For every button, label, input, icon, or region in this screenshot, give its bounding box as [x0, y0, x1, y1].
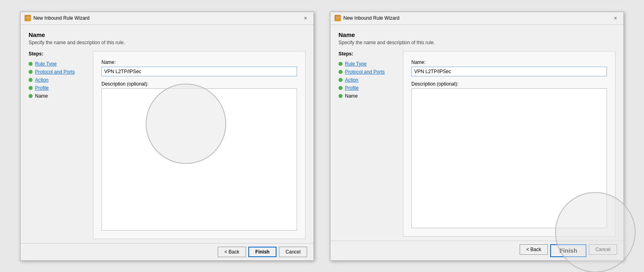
step-label-protocol-left[interactable]: Protocol and Ports: [35, 69, 75, 75]
step-label-protocol-right[interactable]: Protocol and Ports: [345, 69, 385, 75]
name-input-right[interactable]: [411, 67, 607, 76]
step-profile-left[interactable]: Profile: [29, 84, 89, 92]
subtext-right: Specify the name and description of this…: [339, 40, 615, 45]
step-dot-profile-right: [339, 86, 343, 90]
step-protocol-left[interactable]: Protocol and Ports: [29, 68, 89, 76]
desc-textarea-left[interactable]: [101, 88, 297, 231]
name-input-left[interactable]: [101, 67, 297, 76]
heading-left: Name: [29, 31, 305, 38]
step-dot-rule-type-left: [29, 62, 33, 66]
subtext-left: Specify the name and description of this…: [29, 40, 305, 45]
step-label-profile-left[interactable]: Profile: [35, 85, 49, 91]
step-dot-action-right: [339, 78, 343, 82]
step-rule-type-right[interactable]: Rule Type: [339, 60, 399, 68]
close-button-right[interactable]: ×: [611, 14, 619, 22]
back-button-left[interactable]: < Back: [218, 247, 246, 257]
content-left: Steps: Rule Type Protocol and Ports Acti…: [29, 51, 305, 239]
step-protocol-right[interactable]: Protocol and Ports: [339, 68, 399, 76]
steps-label-right: Steps:: [339, 51, 399, 57]
step-action-right[interactable]: Action: [339, 76, 399, 84]
main-panel-right: Name: Description (optional):: [403, 51, 615, 237]
title-left-group: 🛡 New Inbound Rule Wizard: [25, 15, 89, 21]
step-profile-right[interactable]: Profile: [339, 84, 399, 92]
finish-button-right[interactable]: Finish: [550, 244, 586, 257]
step-label-rule-type-right[interactable]: Rule Type: [345, 61, 367, 67]
step-label-rule-type-left[interactable]: Rule Type: [35, 61, 57, 67]
desc-section-left: Description (optional):: [101, 81, 297, 231]
content-right: Steps: Rule Type Protocol and Ports Acti…: [339, 51, 615, 237]
steps-panel-left: Steps: Rule Type Protocol and Ports Acti…: [29, 51, 93, 239]
desc-label-right: Description (optional):: [411, 81, 607, 87]
step-label-name-left: Name: [35, 93, 48, 99]
name-label-left: Name:: [101, 59, 297, 65]
name-label-right: Name:: [411, 59, 607, 65]
back-button-right[interactable]: < Back: [520, 244, 548, 255]
right-dialog: 🛡 New Inbound Rule Wizard × Name Specify…: [330, 12, 624, 261]
desc-textarea-right[interactable]: [411, 88, 607, 228]
step-label-profile-right[interactable]: Profile: [345, 85, 359, 91]
step-dot-name-left: [29, 94, 33, 98]
step-name-right: Name: [339, 92, 399, 100]
dialog-title-right: New Inbound Rule Wizard: [343, 15, 399, 21]
steps-panel-right: Steps: Rule Type Protocol and Ports Acti…: [339, 51, 403, 237]
titlebar-right: 🛡 New Inbound Rule Wizard ×: [330, 12, 623, 25]
footer-right: < Back Finish Cancel: [330, 241, 623, 260]
finish-button-left[interactable]: Finish: [248, 247, 277, 257]
step-label-action-right[interactable]: Action: [345, 77, 358, 83]
step-dot-name-right: [339, 94, 343, 98]
name-field-group-right: Name:: [411, 59, 607, 76]
dialog-body-right: Name Specify the name and description of…: [330, 25, 623, 241]
title-right-group: 🛡 New Inbound Rule Wizard: [334, 15, 399, 21]
desc-label-left: Description (optional):: [101, 81, 297, 87]
titlebar-left: 🛡 New Inbound Rule Wizard ×: [21, 12, 314, 25]
dialog-title-left: New Inbound Rule Wizard: [33, 15, 89, 21]
step-dot-action-left: [29, 78, 33, 82]
footer-left: < Back Finish Cancel: [21, 243, 314, 260]
wizard-icon-left: 🛡: [25, 15, 31, 21]
cancel-button-left[interactable]: Cancel: [279, 247, 307, 257]
desc-section-right: Description (optional):: [411, 81, 607, 228]
step-rule-type-left[interactable]: Rule Type: [29, 60, 89, 68]
step-dot-protocol-left: [29, 70, 33, 74]
step-dot-rule-type-right: [339, 62, 343, 66]
main-panel-left: Name: Description (optional):: [93, 51, 305, 239]
step-action-left[interactable]: Action: [29, 76, 89, 84]
close-button-left[interactable]: ×: [301, 14, 310, 22]
dialog-body-left: Name Specify the name and description of…: [21, 25, 314, 243]
heading-right: Name: [339, 31, 615, 38]
left-dialog: 🛡 New Inbound Rule Wizard × Name Specify…: [20, 12, 314, 261]
step-dot-protocol-right: [339, 70, 343, 74]
wizard-icon-right: 🛡: [334, 15, 341, 21]
name-field-group-left: Name:: [101, 59, 297, 76]
step-name-left: Name: [29, 92, 89, 100]
step-label-action-left[interactable]: Action: [35, 77, 48, 83]
cancel-button-right[interactable]: Cancel: [589, 244, 617, 255]
step-label-name-right: Name: [345, 93, 358, 99]
step-dot-profile-left: [29, 86, 33, 90]
steps-label-left: Steps:: [29, 51, 89, 57]
